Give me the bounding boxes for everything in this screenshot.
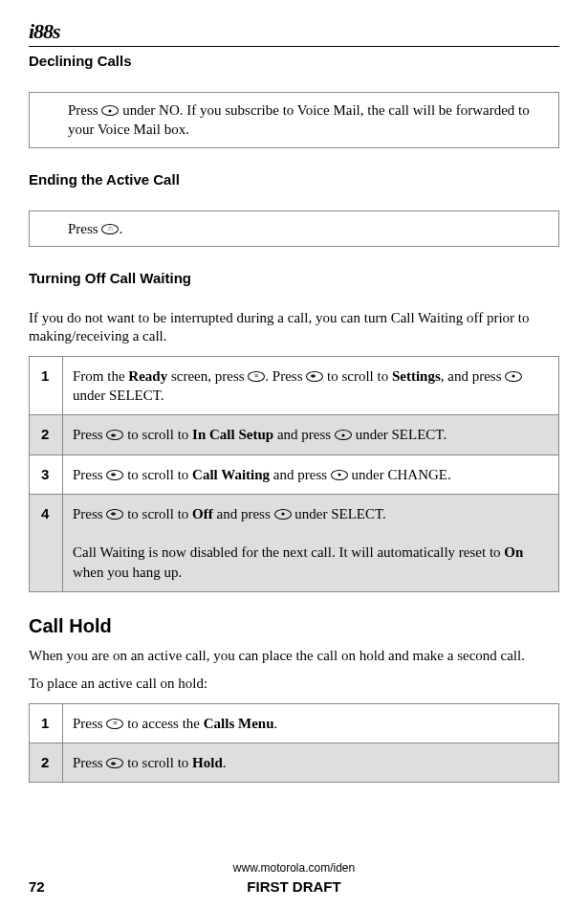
product-logo: i88s [29,19,559,44]
text: Press [68,102,101,118]
scroll-key-icon [106,509,123,520]
step-text: Press to scroll to Hold. [63,743,559,783]
softkey-dot-icon [505,371,522,382]
text: to scroll to [123,755,192,770]
text: Press [73,506,106,521]
bold-term: On [504,544,523,560]
end-key-icon [101,224,119,234]
bold-term: Calls Menu [204,716,274,731]
text: . [274,716,278,731]
bold-term: Settings [392,368,441,384]
text: Press [73,467,106,482]
text: under SELECT. [352,427,446,442]
bold-term: In Call Setup [192,427,273,442]
text: Press [73,427,106,442]
step-number: 2 [30,743,63,783]
call-hold-intro-1: When you are on an active call, you can … [29,647,559,666]
bold-term: Off [192,506,213,521]
step-text: Press to scroll to Off and press under S… [63,494,559,591]
table-row: 1From the Ready screen, press . Press to… [30,356,559,415]
text: to scroll to [123,506,192,521]
text: Press [73,755,106,770]
section-title-ending: Ending the Active Call [29,171,559,188]
text: From the [73,368,128,384]
text: , and press [441,368,506,384]
steps-table-1: 1From the Ready screen, press . Press to… [29,356,559,592]
softkey-dot-icon [331,470,348,480]
step-number: 1 [30,703,63,743]
text: Press [68,221,101,236]
draft-label: FIRST DRAFT [247,878,340,895]
table-row: 2Press to scroll to Hold. [30,743,559,783]
text: under SELECT. [292,506,386,521]
step-text: Press to scroll to In Call Setup and pre… [63,415,559,454]
menu-key-icon [106,719,123,729]
text: to access the [123,716,203,731]
text: and press [273,427,335,442]
step-number: 1 [30,356,63,415]
text: under NO. If you subscribe to Voice Mail… [68,102,530,137]
scroll-key-icon [106,758,123,768]
softkey-dot-icon [335,430,352,440]
scroll-key-icon [106,470,123,480]
text: . Press [265,368,306,384]
page-title: Declining Calls [29,53,559,69]
text: Press [73,716,106,731]
step-number: 2 [30,415,63,454]
table-row: 4Press to scroll to Off and press under … [30,494,559,591]
step-number: 4 [30,494,63,591]
step-text: Press to scroll to Call Waiting and pres… [63,454,559,494]
text: and press [213,506,274,521]
table-row: 3Press to scroll to Call Waiting and pre… [30,454,559,494]
text: . [119,221,122,236]
text: to scroll to [123,467,192,482]
table-row: 1Press to access the Calls Menu. [30,703,559,743]
call-hold-intro-2: To place an active call on hold: [29,675,559,694]
step-number: 3 [30,454,63,494]
divider [29,46,559,47]
bold-term: Ready [128,368,167,384]
footer: www.motorola.com/iden 72 FIRST DRAFT [29,861,559,895]
step-text: Press to access the Calls Menu. [63,703,559,743]
table-row: 2Press to scroll to In Call Setup and pr… [30,415,559,454]
section-title-call-hold: Call Hold [29,615,559,637]
ending-instruction: Press . [29,211,559,247]
section-title-turning-off: Turning Off Call Waiting [29,270,559,286]
softkey-dot-icon [101,105,119,116]
footer-url: www.motorola.com/iden [29,861,559,875]
text: to scroll to [123,427,192,442]
text: screen, press [167,368,248,384]
bold-term: Hold [192,755,223,770]
menu-key-icon [248,371,265,382]
bold-term: Call Waiting [192,467,270,482]
steps-table-2: 1Press to access the Calls Menu.2Press t… [29,703,559,784]
text: . [223,755,227,770]
scroll-key-icon [106,430,123,440]
turning-off-intro: If you do not want to be interrupted dur… [29,309,559,346]
text: and press [270,467,331,482]
step-text: From the Ready screen, press . Press to … [63,356,559,415]
text: to scroll to [323,368,392,384]
text: Call Waiting is now disabled for the nex… [73,544,504,560]
text: under SELECT. [73,388,164,403]
page-number: 72 [29,878,45,895]
text: under CHANGE. [348,467,451,482]
softkey-dot-icon [274,509,292,520]
scroll-key-icon [306,371,323,382]
text: when you hang up. [73,565,182,580]
decline-instruction: Press under NO. If you subscribe to Voic… [29,92,559,148]
